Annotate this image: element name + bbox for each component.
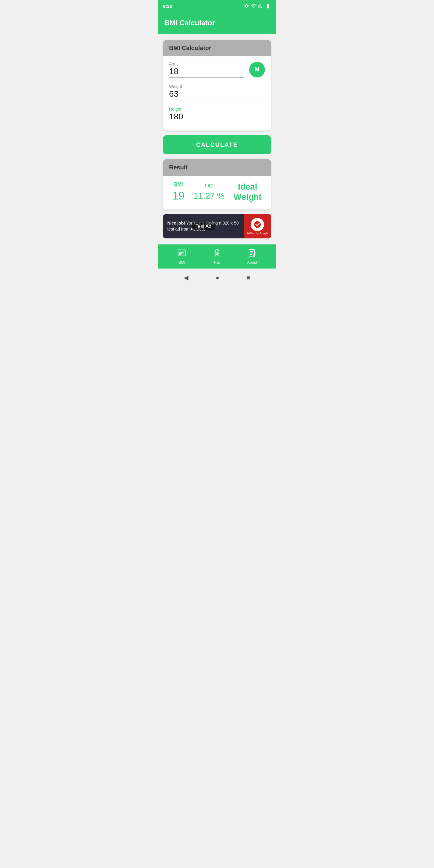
status-icons <box>244 3 271 9</box>
battery-icon <box>265 3 271 9</box>
height-field: Height 180 <box>169 106 265 123</box>
weight-field: Weight 63 <box>169 84 265 100</box>
ad-banner: Test Ad Nice job! You're displaying a 32… <box>163 214 271 239</box>
ideal-result-label: IdealWeight <box>234 182 261 202</box>
fat-nav-icon <box>213 249 221 259</box>
result-card: Result BMI 19 FAT 11.27 % IdealWeight <box>163 159 271 210</box>
fat-nav-label: Fat <box>214 260 220 265</box>
admob-text: AdMob by Google <box>247 232 268 235</box>
home-button[interactable]: ● <box>216 274 219 281</box>
age-label: Age <box>169 61 177 66</box>
height-label: Height <box>169 107 181 112</box>
wifi-icon <box>251 3 256 9</box>
weight-value[interactable]: 63 <box>169 89 265 100</box>
fat-result-value: 11.27 % <box>193 191 224 201</box>
fat-icon <box>213 249 221 258</box>
fat-result-label: FAT <box>205 183 213 189</box>
weight-label: Weight <box>169 84 182 89</box>
signal-icon <box>258 3 263 9</box>
admob-logo-area: AdMob by Google <box>244 214 271 239</box>
back-button[interactable]: ◀ <box>184 274 188 281</box>
result-card-title: Result <box>169 164 187 170</box>
calculator-card-title: BMI Calculator <box>169 44 211 51</box>
height-value[interactable]: 180 <box>169 112 265 123</box>
bmi-result-label: BMI <box>174 182 183 187</box>
about-nav-label: About <box>247 260 257 265</box>
calculate-button[interactable]: CALCULATE <box>163 135 271 154</box>
system-nav-bar: ◀ ● ■ <box>158 269 276 287</box>
bmi-result: BMI 19 <box>173 182 184 202</box>
fat-result: FAT 11.27 % <box>193 183 224 201</box>
age-field: Age 18 M <box>169 61 265 78</box>
about-icon <box>248 249 257 258</box>
result-card-header: Result <box>163 159 271 176</box>
calculator-card-header: BMI Calculator <box>163 40 271 56</box>
bmi-icon <box>177 249 186 258</box>
about-nav-icon <box>248 249 257 259</box>
bmi-calculator-card: BMI Calculator Age 18 M Weight 63 <box>163 40 271 130</box>
app-title: BMI Calculator <box>164 19 215 27</box>
bottom-nav: BMI Fat About <box>158 244 276 269</box>
nav-item-about[interactable]: About <box>235 249 270 265</box>
bmi-nav-icon <box>177 249 186 259</box>
ad-text-area: Test Ad Nice job! You're displaying a 32… <box>163 214 244 239</box>
bmi-result-value: 19 <box>173 190 184 202</box>
main-content: BMI Calculator Age 18 M Weight 63 <box>158 34 276 244</box>
bmi-nav-label: BMI <box>179 260 185 265</box>
age-field-content: Age 18 <box>169 61 244 78</box>
svg-point-7 <box>217 250 218 251</box>
nav-item-fat[interactable]: Fat <box>199 249 235 265</box>
nav-item-bmi[interactable]: BMI <box>164 249 199 265</box>
ad-badge: Test Ad <box>192 222 215 230</box>
ideal-result: IdealWeight <box>234 182 261 202</box>
recent-button[interactable]: ■ <box>247 274 250 281</box>
admob-icon <box>253 220 261 229</box>
status-time: 9:32 <box>163 4 172 9</box>
settings-icon <box>244 3 249 9</box>
age-value[interactable]: 18 <box>169 67 244 78</box>
result-card-body: BMI 19 FAT 11.27 % IdealWeight <box>163 176 271 210</box>
gender-button[interactable]: M <box>249 62 265 78</box>
svg-point-6 <box>216 251 216 252</box>
calculator-card-body: Age 18 M Weight 63 Height 180 <box>163 56 271 130</box>
admob-circle <box>251 218 264 231</box>
ad-nice-job: Nice job! <box>167 221 185 225</box>
age-field-row: Age 18 M <box>169 61 265 78</box>
status-bar: 9:32 <box>158 0 276 12</box>
app-bar: BMI Calculator <box>158 12 276 34</box>
